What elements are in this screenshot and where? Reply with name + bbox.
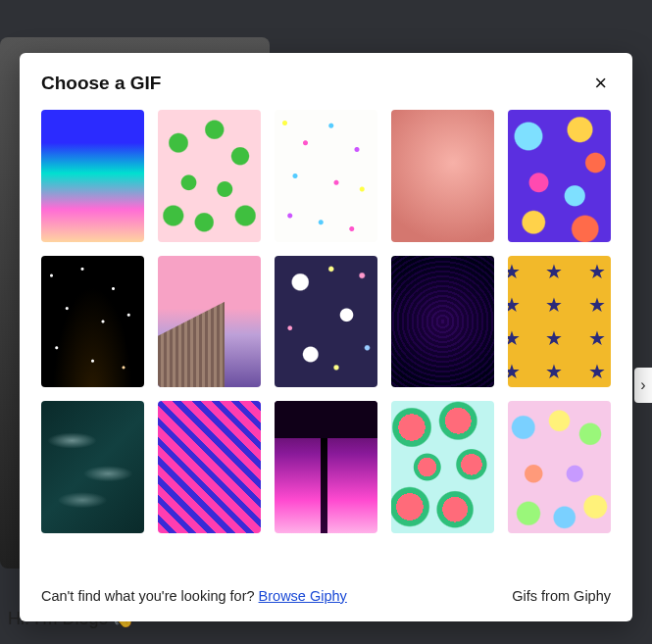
close-icon: × xyxy=(594,71,607,95)
gif-thumbnail[interactable] xyxy=(158,401,261,533)
gif-thumbnail[interactable] xyxy=(275,256,377,388)
gif-thumbnail[interactable] xyxy=(275,401,377,533)
modal-header: Choose a GIF × xyxy=(20,53,632,110)
gif-thumbnail[interactable] xyxy=(41,401,144,533)
gif-thumbnail[interactable] xyxy=(508,256,611,388)
gif-thumbnail[interactable] xyxy=(158,256,261,388)
close-button[interactable]: × xyxy=(590,71,611,96)
gif-grid xyxy=(41,110,611,533)
gif-thumbnail[interactable] xyxy=(508,110,611,242)
gif-thumbnail[interactable] xyxy=(391,110,494,242)
footer-prompt-wrap: Can't find what you're looking for? Brow… xyxy=(41,588,347,604)
gif-thumbnail[interactable] xyxy=(275,110,377,242)
gif-picker-modal: Choose a GIF × Can't find what you're lo… xyxy=(20,53,632,621)
gif-thumbnail[interactable] xyxy=(391,401,494,533)
gif-thumbnail[interactable] xyxy=(158,110,261,242)
gif-thumbnail[interactable] xyxy=(41,110,144,242)
browse-giphy-link[interactable]: Browse Giphy xyxy=(259,588,347,604)
giphy-attribution: Gifs from Giphy xyxy=(512,588,611,604)
carousel-next-arrow[interactable]: › xyxy=(634,368,652,403)
gif-grid-container xyxy=(20,110,632,570)
footer-prompt: Can't find what you're looking for? xyxy=(41,588,259,604)
gif-thumbnail[interactable] xyxy=(41,256,144,388)
modal-footer: Can't find what you're looking for? Brow… xyxy=(20,570,632,621)
gif-thumbnail[interactable] xyxy=(391,256,494,388)
gif-thumbnail[interactable] xyxy=(508,401,611,533)
modal-title: Choose a GIF xyxy=(41,73,161,94)
